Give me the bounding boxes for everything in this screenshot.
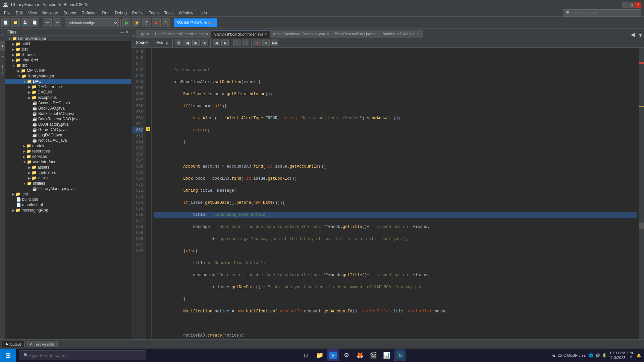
menu-run[interactable]: Run <box>100 10 112 16</box>
taskbar-app-firefox[interactable]: 🦊 <box>354 349 366 361</box>
taskbar-app-settings[interactable]: ⚙ <box>340 349 353 361</box>
tab-bookissuedao[interactable]: BookIssueDAO.java ✕ <box>380 30 422 38</box>
tab-close[interactable]: ✕ <box>374 32 377 36</box>
menu-source[interactable]: Source <box>61 10 79 16</box>
list-item[interactable]: 📄 manifest.mf <box>5 202 131 207</box>
list-item[interactable]: ☕ BookReserveDAO.java <box>5 116 131 122</box>
menu-debug[interactable]: Debug <box>112 10 129 16</box>
menu-tools[interactable]: Tools <box>161 10 176 16</box>
services-side-icon[interactable]: services <box>0 65 5 75</box>
prev-bookmark[interactable]: ◀ <box>183 40 191 46</box>
list-item[interactable]: ▶ 📁 views <box>5 175 131 181</box>
minimize-button[interactable]: — <box>622 2 628 8</box>
prev-occurrence[interactable]: ◀ <box>213 40 220 46</box>
list-item[interactable]: ☕ BookDAO.java <box>5 106 131 111</box>
taskbar-app-taskview[interactable]: ⊡ <box>300 349 312 361</box>
list-item[interactable]: ▼ 📁 userInterface <box>5 159 131 165</box>
debug-button[interactable]: ⚡ <box>132 18 141 27</box>
tab-close[interactable]: ✕ <box>147 32 149 36</box>
taskbar-app-netbeans[interactable]: N <box>394 349 406 361</box>
list-item[interactable]: ▶ 📁 services <box>5 154 131 159</box>
list-item[interactable]: ▼ 📁 src <box>5 63 131 68</box>
test-results-tab[interactable]: ✓ Test Results <box>26 341 58 347</box>
list-item[interactable]: ☕ BookIssueDAO.java <box>5 111 131 116</box>
forward-button[interactable]: → <box>242 40 249 46</box>
start-button[interactable]: ⊞ <box>0 349 16 362</box>
filetree-close[interactable]: ✕ <box>125 30 129 35</box>
list-item[interactable]: ▶ 📁 libraries <box>5 52 131 57</box>
toggle-bookmarks[interactable]: ⊞ <box>175 40 182 46</box>
history-tab[interactable]: History <box>153 40 170 46</box>
tab-userdashboard[interactable]: UserDashboardController.java ✕ <box>152 30 211 38</box>
list-item[interactable]: ☕ AccountDAO.java <box>5 100 131 106</box>
list-item[interactable]: ▼ 📁 DAO <box>5 79 131 84</box>
list-item[interactable]: ☕ DAOFactory.java <box>5 122 131 127</box>
menu-file[interactable]: File <box>1 10 13 16</box>
tab-admindashboard[interactable]: AdminDashboardController.java ✕ <box>270 30 332 38</box>
taskbar-app-explorer[interactable]: 📁 <box>314 349 326 361</box>
tab-scroll-right[interactable]: ⯇ <box>630 33 637 38</box>
taskbar-app-vlc[interactable]: 🎬 <box>367 349 379 361</box>
list-item[interactable]: ▶ 📁 exceptions <box>5 95 131 100</box>
source-tab[interactable]: Source <box>133 40 151 46</box>
list-item[interactable]: ▼ 📁 libraryManager <box>5 73 131 79</box>
files-icon[interactable]: F <box>0 41 5 51</box>
taskbar-app-store[interactable]: S <box>327 349 339 361</box>
build-button[interactable]: 🔨 <box>162 18 170 27</box>
favorites-icon[interactable]: ★ <box>0 52 5 62</box>
filetree-minimize[interactable]: — <box>120 30 124 35</box>
tab-close[interactable]: ✕ <box>417 32 420 36</box>
menu-help[interactable]: Help <box>196 10 210 16</box>
menu-team[interactable]: Team <box>146 10 161 16</box>
tab-ge[interactable]: ...ge ✕ <box>136 30 152 38</box>
list-item[interactable]: ▶ 📁 resources <box>5 148 131 154</box>
menu-edit[interactable]: Edit <box>13 10 25 16</box>
menu-view[interactable]: View <box>25 10 40 16</box>
back-button[interactable]: ← <box>233 40 240 46</box>
window-controls[interactable]: — □ ✕ <box>622 2 641 8</box>
redo-button[interactable]: ↪ <box>53 18 61 27</box>
tab-bookreservedao[interactable]: BookReserveDAO.java ✕ <box>332 30 380 38</box>
list-item[interactable]: ▶ 📁 DAOUtil <box>5 89 131 95</box>
list-item[interactable]: ☕ LogDAO.java <box>5 132 131 138</box>
menu-navigate[interactable]: Navigate <box>40 10 61 16</box>
menu-profile[interactable]: Profile <box>129 10 146 16</box>
taskbar-app-powerpoint[interactable]: 📊 <box>381 349 393 361</box>
next-bookmark[interactable]: ▶ <box>192 40 200 46</box>
taskbar-search-container[interactable]: 🔍 <box>17 350 153 360</box>
list-item[interactable]: ▶ 📁 META-INF <box>5 68 131 73</box>
tree-root[interactable]: ▼ 📁 LibraryManager <box>5 36 131 41</box>
profile-button[interactable]: ⏱ <box>142 18 151 27</box>
stop-button[interactable]: ■ <box>152 18 161 27</box>
list-item[interactable]: ▶ 📁 dist <box>5 47 131 52</box>
close-button[interactable]: ✕ <box>635 2 641 8</box>
scrollbar-thumb[interactable] <box>639 223 644 229</box>
list-item[interactable]: ☕ GenreDAO.java <box>5 127 131 132</box>
menu-refactor[interactable]: Refactor <box>79 10 99 16</box>
tab-close[interactable]: ✕ <box>206 32 208 36</box>
list-item[interactable]: ▶ 📁 build <box>5 41 131 47</box>
toggle-breakpoint[interactable]: ● <box>201 40 208 46</box>
list-item[interactable]: ▶ 📁 assets <box>5 165 131 170</box>
tab-scroll-left[interactable]: ‹ <box>131 33 136 38</box>
notification-icon[interactable]: 🔔 <box>637 353 641 358</box>
tab-staffdashboard[interactable]: StaffDashboardController.java ✕ <box>211 30 270 38</box>
config-dropdown[interactable]: <default config> <box>65 18 119 27</box>
global-search[interactable] <box>572 11 639 15</box>
maximize-button[interactable]: □ <box>629 2 635 8</box>
output-tab[interactable]: ▶ Output <box>2 341 24 347</box>
run-macro[interactable]: ▶▶ <box>271 40 278 46</box>
list-item[interactable]: ▼ 📁 utilities <box>5 181 131 186</box>
projects-icon[interactable]: P <box>0 30 5 40</box>
list-item[interactable]: ☕ NoticeDAO.java <box>5 138 131 143</box>
stop-macro[interactable]: ■ <box>262 40 270 46</box>
menu-window[interactable]: Window <box>176 10 196 16</box>
tab-close[interactable]: ✕ <box>326 32 329 36</box>
save-all-button[interactable]: 📑 <box>31 18 39 27</box>
undo-button[interactable]: ↩ <box>43 18 52 27</box>
list-item[interactable]: ☕ LibraryManager.java <box>5 186 131 191</box>
tab-close[interactable]: ✕ <box>265 33 267 36</box>
open-project-button[interactable]: 📁 <box>11 18 20 27</box>
save-button[interactable]: 💾 <box>21 18 30 27</box>
list-item[interactable]: ▶ 📁 test <box>5 191 131 197</box>
